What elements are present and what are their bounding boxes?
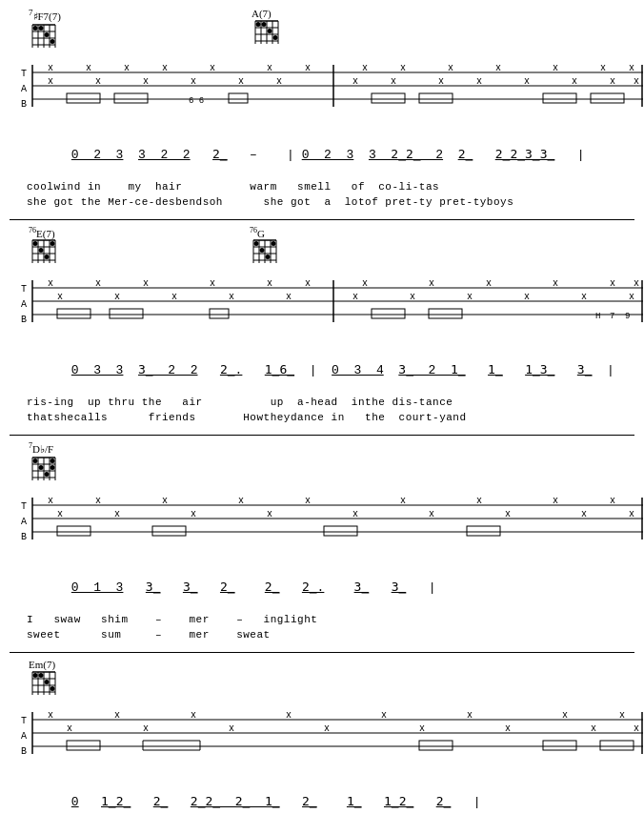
chord-name-e7: 76E(7) (29, 226, 59, 239)
svg-point-12 (50, 39, 55, 44)
chord-name-f7: 7♯F7(7) (29, 8, 61, 23)
svg-text:x: x (86, 63, 91, 73)
svg-text:x: x (114, 710, 120, 721)
svg-rect-177 (57, 526, 91, 536)
svg-text:x: x (238, 496, 244, 506)
svg-text:x: x (286, 710, 292, 721)
svg-text:x: x (400, 63, 406, 73)
svg-text:x: x (572, 76, 577, 87)
svg-rect-218 (67, 741, 100, 750)
svg-point-147 (39, 465, 44, 470)
svg-text:x: x (48, 63, 53, 73)
lyrics-line-1b: she got the Mer-ce-desbendsoh she got a … (10, 194, 634, 210)
svg-text:x: x (581, 509, 587, 519)
tab-staff-3: T A B x x x x x x x x x x x x x x x x (19, 488, 644, 562)
numbers-line-1: 0 2 3 3 2 2 2̲ – | 0 2 3 3 2̲2̲ 2 2̲ 2̲2… (10, 132, 634, 176)
svg-text:x: x (629, 292, 634, 302)
svg-rect-179 (324, 526, 357, 536)
svg-text:x: x (381, 710, 387, 721)
lyrics-line-1a: coolwind in my hair warm smell of co-li-… (10, 179, 634, 194)
svg-text:x: x (619, 710, 625, 721)
svg-text:x: x (495, 63, 501, 73)
svg-text:x: x (276, 76, 282, 87)
svg-text:x: x (362, 278, 368, 289)
svg-text:T: T (21, 501, 27, 512)
sheet-music-page: 7♯F7(7) (0, 0, 644, 814)
chord-diagram-g: 76G (250, 226, 280, 270)
svg-text:x: x (324, 723, 330, 734)
chord-name-em7: Em(7) (29, 659, 59, 670)
svg-text:x: x (467, 710, 473, 721)
chord-name-g: 76G (250, 226, 280, 239)
svg-text:x: x (305, 278, 311, 289)
svg-point-190 (33, 673, 38, 678)
chord-grid-df (29, 456, 59, 482)
svg-text:A: A (21, 299, 27, 310)
svg-rect-224 (543, 741, 576, 750)
svg-point-82 (45, 254, 50, 259)
svg-text:x: x (95, 278, 101, 289)
chord-grid-a7 (252, 19, 282, 46)
svg-point-11 (45, 32, 50, 37)
svg-rect-133 (429, 309, 462, 318)
svg-text:T: T (21, 716, 27, 726)
chord-grid-e7 (29, 238, 59, 265)
svg-text:x: x (553, 63, 558, 73)
svg-text:x: x (400, 496, 406, 506)
svg-text:x: x (48, 76, 53, 87)
svg-rect-63 (67, 93, 100, 103)
svg-text:A: A (21, 731, 27, 742)
svg-text:x: x (634, 278, 639, 289)
section-1: 7♯F7(7) (10, 8, 634, 210)
numbers-line-2: 0 3 3 3̲ 2 2 2̲. 1̲6̲ | 0 3 4 3̲ 2 1̲ 1̲… (10, 348, 634, 392)
svg-text:x: x (467, 292, 473, 302)
svg-rect-132 (372, 309, 405, 318)
svg-text:x: x (410, 292, 415, 302)
svg-text:B: B (21, 315, 27, 325)
svg-text:A: A (21, 517, 27, 527)
svg-point-83 (50, 241, 55, 246)
svg-rect-67 (372, 93, 405, 103)
svg-point-23 (261, 22, 266, 27)
lyrics-line-2a: ris-ing up thru the air up a-head inthe … (10, 395, 634, 410)
svg-rect-180 (467, 526, 500, 536)
svg-text:x: x (57, 509, 63, 519)
svg-text:x: x (524, 76, 530, 87)
svg-text:x: x (438, 76, 444, 87)
numbers-line-3: 0 1 3 3̲ 3̲ 2̲ 2̲ 2̲. 3̲ 3̲ | (10, 565, 634, 609)
divider-2 (10, 435, 634, 436)
chord-diagram-df: 7D♭/F (29, 441, 59, 486)
svg-text:x: x (505, 723, 511, 734)
svg-point-150 (50, 465, 55, 470)
svg-text:x: x (591, 723, 596, 734)
tab-staff-4: T A B x x x x x x x x x x x x x x x x (19, 702, 644, 777)
svg-text:x: x (610, 76, 615, 87)
svg-rect-131 (210, 309, 229, 318)
svg-point-146 (33, 458, 38, 463)
svg-text:x: x (362, 63, 368, 73)
svg-text:x: x (191, 710, 196, 721)
svg-rect-64 (114, 93, 148, 103)
svg-text:x: x (210, 63, 215, 73)
svg-text:7: 7 (610, 312, 614, 321)
svg-text:x: x (352, 76, 358, 87)
svg-point-191 (39, 673, 44, 678)
svg-point-25 (272, 35, 277, 40)
svg-text:x: x (267, 63, 272, 73)
svg-point-81 (39, 248, 44, 253)
svg-point-93 (254, 241, 259, 246)
svg-text:x: x (305, 63, 311, 73)
svg-rect-225 (600, 741, 634, 750)
svg-text:x: x (429, 278, 434, 289)
svg-text:x: x (48, 710, 53, 721)
svg-text:x: x (229, 723, 234, 734)
svg-text:B: B (21, 532, 27, 542)
svg-text:x: x (391, 76, 396, 87)
svg-text:x: x (562, 710, 568, 721)
svg-text:x: x (267, 278, 272, 289)
tab-staff-1: T A B x x x x x x x x x x x x x x (19, 55, 644, 130)
svg-text:x: x (162, 63, 168, 73)
svg-point-22 (255, 22, 260, 27)
svg-text:x: x (305, 496, 311, 506)
svg-text:6  6: 6 6 (189, 96, 204, 106)
